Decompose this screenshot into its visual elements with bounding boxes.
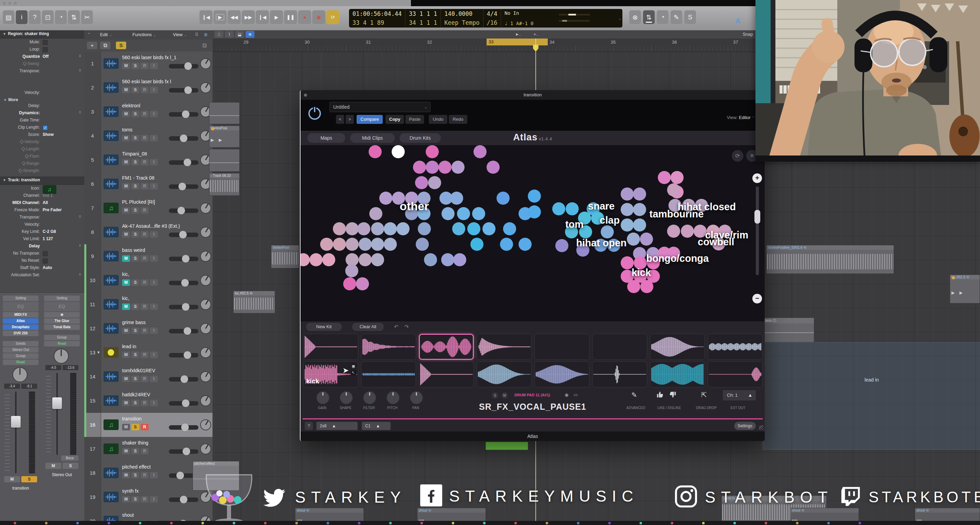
record-enable-button[interactable]: R (141, 400, 148, 406)
solo-button[interactable]: S (131, 472, 139, 479)
volume-fader[interactable] (3, 391, 38, 473)
mute-button[interactable]: M (122, 376, 130, 382)
solo-button[interactable]: S (131, 135, 139, 141)
drum-pad[interactable] (361, 361, 416, 388)
drum-pad[interactable] (650, 334, 705, 360)
dislike-icon[interactable] (669, 391, 677, 398)
checkbox[interactable]: ✓ (43, 125, 48, 130)
track-name[interactable]: bass weird (122, 247, 184, 253)
lcd-time-cell[interactable]: 01:00:56:04.44 33 4 1 89 (349, 9, 406, 27)
dock-app-icon[interactable] (295, 522, 298, 524)
inspector-value[interactable]: Inst 1 (43, 193, 52, 198)
drum-pad[interactable] (708, 334, 763, 360)
record-enable-button[interactable]: R (141, 111, 148, 117)
tuner-icon[interactable]: ◔ (657, 10, 668, 24)
volume-slider[interactable] (169, 353, 199, 357)
sample-dot[interactable] (633, 203, 646, 216)
wave-track-icon[interactable] (103, 371, 119, 382)
lcd-dropdown-icon[interactable]: ⌄ (619, 16, 621, 21)
advanced-pencil-icon[interactable]: ✎ (631, 391, 637, 399)
wave-track-icon[interactable] (103, 299, 119, 310)
drum-pad[interactable] (535, 361, 589, 388)
mute-button[interactable]: M (122, 87, 130, 93)
menu-view[interactable]: View⌄ (173, 32, 188, 37)
channel-selector[interactable]: Ch: 1▲ (723, 390, 756, 401)
input-monitor-button[interactable]: I (150, 352, 158, 358)
record-enable-button[interactable]: R (141, 303, 148, 310)
no-overlap-icon[interactable]: ⊗ (629, 10, 641, 24)
lcd-bars-cell[interactable]: 33 1 1 1 34 1 1 1 (406, 9, 441, 27)
track-row[interactable]: 4tomsMSRI (84, 124, 213, 148)
more-section-header[interactable]: ▼More (0, 96, 84, 102)
record-enable-button[interactable]: R (141, 472, 148, 479)
solo-button[interactable]: S (131, 279, 139, 286)
capture-record-button[interactable]: ◉ (312, 10, 325, 24)
dock-app-icon[interactable] (483, 522, 485, 524)
library-icon[interactable]: ▤ (3, 10, 14, 24)
strip-eq[interactable]: EQ (44, 302, 80, 311)
drum-pad[interactable] (477, 361, 531, 388)
input-monitor-button[interactable]: I (150, 496, 158, 503)
inspector-row[interactable]: Q-Velocity: (0, 138, 84, 145)
mute-button[interactable]: M (122, 472, 130, 479)
inspector-row[interactable]: Key Limit:C-2 G8 (0, 228, 84, 235)
sample-dot[interactable] (496, 191, 510, 205)
sample-dot[interactable] (671, 171, 684, 184)
pan-knob[interactable] (200, 323, 212, 336)
region-clip[interactable]: VortexPosi▶▶ (209, 126, 240, 148)
rewind-button[interactable]: ◀◀ (228, 10, 241, 24)
track-name[interactable]: elektronl (122, 103, 184, 109)
inspector-value[interactable]: Show (43, 132, 54, 137)
inspector-row[interactable]: MIDI Channel:All (0, 199, 84, 206)
volume-slider[interactable] (169, 112, 199, 116)
track-name[interactable]: shaker thing (122, 440, 184, 445)
inspector-value[interactable]: Pre Fader (43, 207, 62, 212)
dock-app-icon[interactable] (765, 522, 767, 524)
track-row[interactable]: 2560 eski laser birds fx lMSRI (84, 76, 213, 100)
pan-knob[interactable] (43, 347, 81, 365)
input-monitor-button[interactable]: I (150, 303, 158, 310)
sample-dot[interactable] (667, 184, 680, 196)
sample-dot[interactable] (503, 222, 516, 235)
map-power-icon[interactable]: ⟳ (732, 150, 743, 162)
pan-knob[interactable] (200, 371, 212, 384)
lcd-midi-cell[interactable]: No In ♩ 1 A#-1 0 (501, 9, 553, 27)
track-name[interactable]: 560 eski laser birds fx l_1 (122, 55, 184, 60)
cycle-button[interactable]: ⟳ (326, 10, 339, 24)
solo-button[interactable]: S (131, 111, 139, 117)
drum-pad[interactable] (650, 361, 705, 388)
solo-button[interactable]: S (131, 424, 139, 430)
track-name[interactable]: Timpani_08 (122, 151, 184, 156)
plugin-slot[interactable]: DVR 250 (3, 330, 38, 336)
volume-slider[interactable] (169, 64, 199, 69)
view-selector[interactable]: View: Editor ⌃ (727, 115, 754, 120)
inspector-row[interactable]: Clip Length:✓ (0, 124, 84, 131)
copy-button[interactable]: Copy (385, 115, 404, 124)
track-name[interactable]: hatldk24REV (122, 392, 184, 397)
plugin-slot[interactable]: The Glue (44, 318, 80, 324)
sample-dot[interactable] (357, 222, 370, 235)
checkbox[interactable] (43, 47, 48, 52)
input-monitor-button[interactable]: I (150, 279, 158, 286)
drum-pad[interactable] (303, 334, 358, 360)
input-monitor-button[interactable]: I (150, 327, 158, 334)
track-row[interactable]: 6FM1 - Track 08MSRI (84, 172, 213, 196)
mixer-icon[interactable]: ⇅ (68, 10, 80, 24)
folder-icon[interactable]: ▭ (574, 392, 578, 397)
sample-dot[interactable] (391, 145, 405, 158)
record-enable-button[interactable]: R (141, 327, 148, 334)
sample-map[interactable]: othersnareclaptomhihat opentambourinehih… (301, 145, 765, 321)
pan-knob[interactable] (200, 443, 212, 456)
inspector-row[interactable]: Q-Length: (0, 145, 84, 153)
clock-track-icon[interactable] (103, 347, 119, 358)
dock-app-icon[interactable] (14, 522, 16, 524)
redo-button[interactable]: Redo (449, 115, 467, 124)
volume-fader[interactable] (45, 373, 79, 455)
dock-app-icon[interactable] (420, 522, 423, 524)
track-row[interactable]: 3elektronlMSRI (84, 100, 213, 124)
record-enable-button[interactable]: R (141, 62, 148, 69)
record-enable-button[interactable]: R (141, 207, 148, 214)
mute-button[interactable]: M (122, 448, 130, 455)
sample-dot[interactable] (345, 238, 359, 251)
sample-dot[interactable] (640, 233, 653, 246)
